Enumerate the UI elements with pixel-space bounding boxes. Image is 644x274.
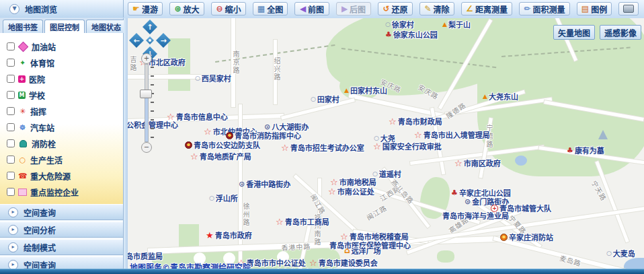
poi-text: 青岛市海洋与渔业局 xyxy=(442,210,509,221)
pan-left-arrow[interactable]: ← xyxy=(129,33,144,48)
poi-text: 田家村 xyxy=(317,94,339,104)
toolbar-button-label: 清除 xyxy=(434,3,450,15)
distance-measure-icon: ∠ xyxy=(466,5,473,13)
expand-arrow-icon: ▸ xyxy=(8,242,18,252)
map-poi-label: ☆青岛市出入境管理局 xyxy=(414,129,490,140)
triangle-icon: ▲ xyxy=(344,88,349,94)
collapse-toggle-icon[interactable]: ▼ xyxy=(9,4,19,14)
panel-section-1[interactable]: ▸空间分析 xyxy=(0,221,123,238)
toolbar-button-next-view[interactable]: ▶后图 xyxy=(336,2,371,15)
road-label: 闽江路 xyxy=(364,203,389,222)
section-label: 空间查询 xyxy=(24,207,56,218)
hazard-icon: ☎ xyxy=(18,172,27,180)
toolbar-button-label: 后图 xyxy=(350,3,366,15)
toolbar-button-area-measure[interactable]: ✏面积测量 xyxy=(519,2,570,15)
remote-sensing-button[interactable]: 遥感影像 xyxy=(600,25,641,40)
trees-icon: ♣ xyxy=(451,189,458,197)
panel-section-0[interactable]: ▸空间查询 xyxy=(0,204,123,220)
toolbar-button-label: 缩小 xyxy=(225,3,241,15)
panel-header-map-browse[interactable]: ▼ 地图浏览 xyxy=(0,0,124,18)
layer-item[interactable]: 消防栓 xyxy=(0,135,123,151)
map-green-area xyxy=(437,250,454,263)
road-label: 香港中路 xyxy=(281,241,311,252)
tab-2[interactable]: 地图状态 xyxy=(86,20,126,33)
map-poi-label: ♣康有为墓 xyxy=(567,145,604,156)
star-outline-icon: ☆ xyxy=(330,178,338,186)
layer-item[interactable]: 重点监控企业 xyxy=(0,184,123,200)
poi-text: 大尧东山 xyxy=(489,91,518,102)
layer-checkbox[interactable] xyxy=(7,75,15,83)
toolbar-button-clear[interactable]: ✎清除 xyxy=(419,2,454,15)
gis-application-window: ▼ 地图浏览 ☛漫游⊕放大⊖缩小▦全图◀前图▶后图↺还原✎清除∠距离测量✏面积测… xyxy=(0,0,644,274)
layer-item[interactable]: ✳指挥 xyxy=(0,103,123,119)
zoom-slider-handle[interactable] xyxy=(140,90,152,98)
layer-checkbox[interactable] xyxy=(7,156,15,164)
poi-text: 徐家村 xyxy=(392,19,414,30)
poi-text: 青岛市质监局 xyxy=(128,250,163,261)
gym-icon: ✦ xyxy=(18,59,27,67)
toolbar-button-restore[interactable]: ↺还原 xyxy=(378,2,413,15)
pan-up-arrow[interactable]: ↑ xyxy=(143,20,157,34)
layer-checkbox[interactable] xyxy=(7,139,15,147)
zoom-in-button[interactable]: + xyxy=(141,53,152,64)
map-canvas[interactable]: 南京路绍兴路吉路安庆路安庆路隆德路宁德路闽江路闽江路江西路徐州路福州南路香港中路… xyxy=(128,18,644,270)
toolbar-button-label: 前图 xyxy=(308,3,324,15)
poi-text: 西吴家村 xyxy=(202,73,231,83)
layer-item[interactable]: +医院 xyxy=(0,71,123,87)
toolbar-button-prev-view[interactable]: ◀前图 xyxy=(294,2,329,15)
poi-text: 青岛市财政局 xyxy=(398,116,442,127)
layer-item[interactable]: 加油站 xyxy=(0,38,123,55)
tab-0[interactable]: 地图书签 xyxy=(3,20,43,33)
layer-checkbox[interactable] xyxy=(7,172,15,180)
layer-item[interactable]: ○生产生活 xyxy=(0,151,123,168)
pan-center-button[interactable] xyxy=(146,36,154,44)
map-poi-label: ☆青岛市财政局 xyxy=(389,116,442,127)
panel-section-2[interactable]: ▸绘制模式 xyxy=(0,239,123,255)
restore-icon: ↺ xyxy=(383,5,389,13)
toolbar-button-distance-measure[interactable]: ∠距离测量 xyxy=(461,2,512,15)
poi-text: 康有为墓 xyxy=(575,145,604,156)
status-bar xyxy=(0,269,644,274)
map-poi-label: ☆青岛市工商局 xyxy=(276,216,329,227)
legend-icon: ▤ xyxy=(581,5,589,13)
layer-item[interactable]: ✦体育馆 xyxy=(0,55,123,71)
toolbar-button-zoom-out[interactable]: ⊖缩小 xyxy=(211,2,246,15)
circle-icon: ○ xyxy=(606,250,612,256)
zoom-tick xyxy=(151,67,154,68)
layer-item[interactable]: M学校 xyxy=(0,87,123,103)
map-poi-label: ♣徐家东山公园 xyxy=(385,29,438,40)
road-label: 徐州路 xyxy=(241,203,251,227)
poi-text: 辛家庄消防站 xyxy=(509,232,553,242)
layer-checkbox[interactable] xyxy=(7,123,15,131)
vector-map-button[interactable]: 矢量地图 xyxy=(553,25,595,40)
life-icon: ○ xyxy=(18,156,27,164)
zoom-tick xyxy=(151,119,154,121)
layer-checkbox[interactable] xyxy=(7,91,15,99)
map-poi-label: ○道遥村 xyxy=(372,168,401,179)
zoom-out-button[interactable]: − xyxy=(141,142,152,153)
map-poi-label: ○大麦岛 xyxy=(606,248,635,259)
zoom-tick xyxy=(151,102,154,103)
clear-icon: ✎ xyxy=(424,5,431,13)
toolbar-button-hand[interactable]: ☛漫游 xyxy=(128,2,163,15)
layer-checkbox[interactable] xyxy=(7,107,15,115)
fire-icon xyxy=(500,234,508,241)
layer-item[interactable]: ☸汽车站 xyxy=(0,119,123,135)
map-poi-label: 青岛市质监局 xyxy=(128,250,163,261)
zoom-slider-track[interactable] xyxy=(145,64,149,142)
agency-icon xyxy=(185,141,192,149)
layer-checkbox[interactable] xyxy=(7,188,15,196)
toolbar-button-zoom-in[interactable]: ⊕放大 xyxy=(169,2,204,15)
sidebar: 地图书签图层控制地图状态 加油站✦体育馆+医院M学校✳指挥☸汽车站消防栓○生产生… xyxy=(0,18,124,270)
layer-checkbox[interactable] xyxy=(7,42,15,50)
poi-text: 青岛市招生考试办公室 xyxy=(290,142,364,153)
circle-icon: ○ xyxy=(311,96,316,102)
tab-1[interactable]: 图层控制 xyxy=(44,20,85,33)
layer-item[interactable]: ☎重大危险源 xyxy=(0,168,123,184)
agency-icon xyxy=(226,132,233,139)
toolbar-button-legend[interactable]: ▤图例 xyxy=(577,2,612,15)
layer-checkbox[interactable] xyxy=(7,59,15,67)
map-poi-label: ⊙香港中路街办 xyxy=(239,178,290,189)
toolbar-button-full-extent[interactable]: ▦全图 xyxy=(253,2,288,15)
toolbar-button-print[interactable] xyxy=(618,2,639,15)
